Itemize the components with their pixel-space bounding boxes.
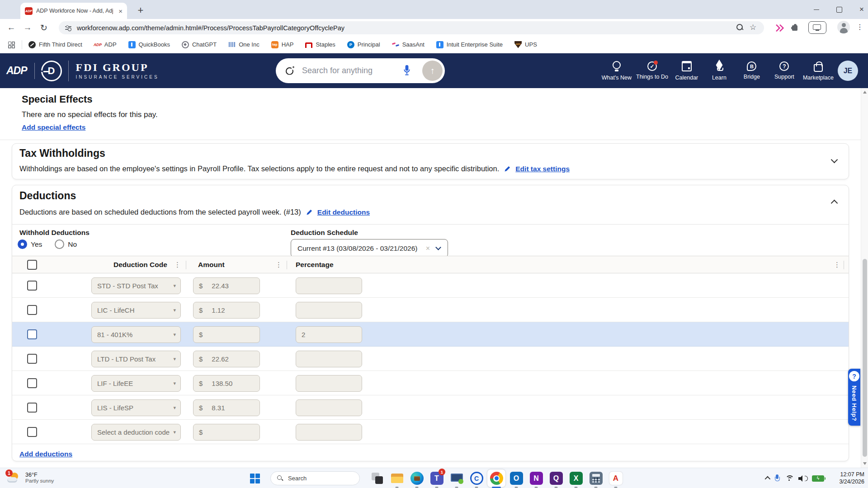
deduction-code-select[interactable]: LTD - LTD Post Tax ▾ [91,351,181,367]
select-all-checkbox[interactable] [27,260,37,270]
header-nav-item[interactable]: Learn [705,53,733,88]
taskbar-app[interactable] [486,468,506,488]
zoom-icon[interactable] [736,23,744,32]
search-submit-button[interactable]: ↑ [422,61,443,81]
percentage-input[interactable] [296,351,362,367]
bookmark-item[interactable]: ChatGPT [182,41,217,48]
deduction-code-select[interactable]: LIS - LifeSP ▾ [91,399,181,416]
tray-mic-icon[interactable] [774,474,779,483]
browser-menu-icon[interactable]: ⋮ [856,23,863,31]
back-button[interactable]: ← [4,19,19,36]
row-checkbox[interactable] [27,354,37,364]
user-avatar[interactable]: JE [838,61,858,81]
bookmark-star-icon[interactable]: ☆ [750,23,756,32]
weather-widget[interactable]: 1 36°F Partly sunny [5,469,54,486]
amount-input[interactable]: $ 8.31 [193,399,260,416]
browser-tab[interactable]: ADP ADP Workforce Now - Add, Adj × [20,3,127,19]
amount-input[interactable]: $ 22.43 [193,277,260,294]
battery-icon[interactable]: ϟ [812,475,824,482]
add-special-effects-link[interactable]: Add special effects [22,123,85,131]
scrollbar-thumb[interactable] [863,259,867,457]
radio-option[interactable]: No [55,239,77,249]
taskbar-app[interactable] [407,468,427,488]
taskbar-app[interactable] [566,468,586,488]
site-info-icon[interactable] [65,25,71,31]
bookmark-item[interactable]: SaasAnt [392,41,425,48]
radio-icon[interactable] [55,239,64,249]
speaker-icon[interactable] [798,475,807,482]
tray-chevron-up-icon[interactable] [765,476,771,482]
start-button[interactable] [250,474,260,483]
taskbar-app[interactable]: 1 [427,468,447,488]
add-deductions-link[interactable]: Add deductions [19,450,72,458]
percentage-input[interactable] [296,302,362,319]
clear-icon[interactable]: × [426,244,430,253]
taskbar-clock[interactable]: 12:07 PM 3/24/2026 [839,471,864,485]
reload-button[interactable]: ↻ [36,19,52,36]
scroll-up-arrow[interactable] [863,91,867,94]
bookmark-item[interactable]: Staples [305,41,335,48]
bookmark-item[interactable]: UPS [514,41,537,48]
taskbar-app[interactable] [506,468,526,488]
header-nav-item[interactable]: Things to Do [636,53,668,88]
column-menu-icon[interactable]: ⋮ [275,256,282,273]
adp-logo[interactable]: ADP [6,65,27,77]
deduction-code-select[interactable]: 81 - 401K% ▾ [91,326,181,343]
bookmark-item[interactable]: Fifth Third Direct [28,41,82,48]
deduction-code-select[interactable]: LIF - LifeEE ▾ [91,375,181,392]
taskbar-app[interactable] [606,468,626,488]
deduction-code-select[interactable]: Select a deduction code ▾ [91,424,181,441]
percentage-input[interactable] [296,424,362,441]
row-checkbox[interactable] [27,329,37,339]
amount-input[interactable]: $ [193,326,260,343]
header-nav-item[interactable]: Calendar [673,53,701,88]
bookmark-item[interactable]: One Inc [228,41,259,48]
column-menu-icon[interactable]: ⋮ [834,256,840,273]
global-search-bar[interactable]: Search for anything ↑ [276,58,445,83]
taskbar-app[interactable] [367,468,387,488]
chevron-down-icon[interactable] [831,156,838,164]
bookmark-item[interactable]: Intuit Enterprise Suite [436,41,503,48]
row-checkbox[interactable] [27,427,37,437]
percentage-input[interactable] [296,399,362,416]
header-nav-item[interactable]: Support [770,53,798,88]
bookmark-item[interactable]: Principal [347,41,380,48]
taskbar-app[interactable] [526,468,546,488]
apps-grid-icon[interactable] [8,42,14,48]
amount-input[interactable]: $ [193,424,260,441]
extensions-puzzle-icon[interactable] [791,24,798,31]
deduction-code-select[interactable]: STD - STD Post Tax ▾ [91,277,181,294]
amount-input[interactable]: $ 138.50 [193,375,260,392]
scroll-down-arrow[interactable] [863,462,867,465]
bookmark-item[interactable]: ADP [94,41,117,48]
percentage-input[interactable] [296,277,362,294]
percentage-input[interactable]: 2 [296,326,362,343]
taskbar-app[interactable] [387,468,407,488]
bookmark-item[interactable]: HAP [271,41,294,48]
chevron-down-icon[interactable] [435,244,441,250]
column-menu-icon[interactable]: ⋮ [174,256,181,273]
row-checkbox[interactable] [27,281,37,291]
edit-tax-settings-link[interactable]: Edit tax settings [515,165,570,173]
header-nav-item[interactable]: Bridge [738,53,766,88]
browser-tools-icon[interactable] [808,21,826,34]
browser-profile-avatar[interactable] [837,21,850,33]
address-bar[interactable]: workforcenow.adp.com/theme/admin.html#/P… [59,21,764,34]
deduction-schedule-select[interactable]: Current #13 (03/08/2026 - 03/21/2026) × [291,239,448,258]
edit-deductions-link[interactable]: Edit deductions [317,208,370,216]
forward-button[interactable]: → [20,19,35,36]
new-tab-button[interactable]: + [134,4,147,17]
percentage-input[interactable] [296,375,362,392]
amount-input[interactable]: $ 22.62 [193,351,260,367]
mic-icon[interactable] [403,65,410,76]
bookmark-item[interactable]: QuickBooks [128,41,170,48]
taskbar-app[interactable] [467,468,486,488]
tab-close-icon[interactable]: × [118,8,123,14]
deduction-code-select[interactable]: LIC - LifeCH ▾ [91,302,181,319]
extension-icon[interactable] [774,24,783,31]
scrollbar[interactable] [861,88,868,468]
row-checkbox[interactable] [27,403,37,413]
row-checkbox[interactable] [27,305,37,315]
taskbar-app[interactable] [586,468,606,488]
taskbar-app[interactable] [546,468,566,488]
